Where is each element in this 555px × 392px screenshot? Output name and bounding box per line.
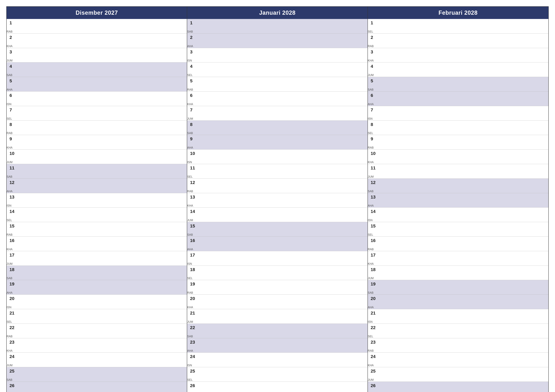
day-num-2-24: 25 xyxy=(368,368,380,374)
day-label-1-22: 23AHA xyxy=(187,338,200,353)
day-row-1-7: 8SAB xyxy=(187,121,367,135)
calendar-container: Disember 20271RAB2KHA3JUM4SAB5AHA6ISN7SE… xyxy=(6,6,549,386)
day-label-2-20: 21ISN xyxy=(368,309,380,324)
day-content-1-15 xyxy=(200,237,367,251)
day-name-0-9: JUM xyxy=(7,156,19,164)
day-content-1-14 xyxy=(200,222,367,236)
day-content-2-17 xyxy=(380,266,548,280)
day-name-2-20: ISN xyxy=(368,316,380,324)
day-num-2-11: 12 xyxy=(368,179,380,185)
day-content-1-0 xyxy=(200,19,367,33)
day-name-0-13: SEL xyxy=(7,214,19,222)
day-num-1-0: 1 xyxy=(187,20,200,26)
day-row-2-18: 19SAB xyxy=(368,280,548,295)
day-name-2-17: JUM xyxy=(368,272,380,280)
day-row-2-20: 21ISN xyxy=(368,309,548,324)
day-content-0-5 xyxy=(19,92,187,106)
day-content-0-25 xyxy=(19,382,187,392)
day-name-1-15: AHA xyxy=(187,243,200,251)
day-name-1-0: SAB xyxy=(187,26,200,33)
day-num-0-12: 13 xyxy=(7,194,19,200)
day-row-2-4: 5SAB xyxy=(368,77,548,92)
day-name-0-6: SEL xyxy=(7,113,19,121)
day-name-2-18: SAB xyxy=(368,287,380,294)
day-label-2-0: 1SEL xyxy=(368,19,380,33)
day-num-0-9: 10 xyxy=(7,150,19,156)
day-content-1-2 xyxy=(200,48,367,63)
day-name-2-11: SAB xyxy=(368,185,380,193)
day-content-2-10 xyxy=(380,164,548,178)
day-num-0-6: 7 xyxy=(7,107,19,113)
day-row-2-10: 11JUM xyxy=(368,164,548,179)
day-name-1-9: ISN xyxy=(187,156,200,164)
day-content-0-22 xyxy=(19,338,187,353)
day-num-2-9: 10 xyxy=(368,150,380,156)
day-label-0-10: 11SAB xyxy=(7,164,19,178)
day-row-1-1: 2AHA xyxy=(187,34,367,48)
day-num-2-16: 17 xyxy=(368,252,380,258)
day-row-2-17: 18JUM xyxy=(368,266,548,280)
day-row-1-22: 23AHA xyxy=(187,338,367,353)
day-name-2-21: SEL xyxy=(368,330,380,338)
day-num-1-9: 10 xyxy=(187,150,200,156)
day-content-2-25 xyxy=(380,382,548,392)
day-name-1-1: AHA xyxy=(187,40,200,48)
day-row-1-6: 7JUM xyxy=(187,106,367,121)
day-num-0-8: 9 xyxy=(7,136,19,142)
day-num-1-5: 6 xyxy=(187,92,200,98)
day-name-2-4: SAB xyxy=(368,84,380,91)
day-row-1-15: 16AHA xyxy=(187,237,367,251)
day-content-1-13 xyxy=(200,207,367,222)
day-label-2-16: 17KHA xyxy=(368,251,380,265)
day-content-2-3 xyxy=(380,63,548,77)
day-label-1-4: 5RAB xyxy=(187,77,200,91)
day-content-2-18 xyxy=(380,280,548,294)
day-num-1-23: 24 xyxy=(187,353,200,359)
day-name-0-16: JUM xyxy=(7,258,19,265)
day-num-0-15: 16 xyxy=(7,237,19,243)
day-row-1-17: 18SEL xyxy=(187,266,367,280)
day-num-0-21: 22 xyxy=(7,324,19,330)
day-label-0-17: 18SAB xyxy=(7,266,19,280)
day-name-0-15: KHA xyxy=(7,243,19,251)
day-num-0-25: 26 xyxy=(7,382,19,389)
day-num-2-25: 26 xyxy=(368,382,380,389)
day-label-1-8: 9AHA xyxy=(187,135,200,149)
day-label-0-22: 23KHA xyxy=(7,338,19,353)
day-content-2-13 xyxy=(380,207,548,222)
day-label-1-19: 20KHA xyxy=(187,295,200,309)
day-name-0-17: SAB xyxy=(7,272,19,280)
day-content-2-4 xyxy=(380,77,548,91)
day-num-1-2: 3 xyxy=(187,49,200,55)
month-header-2: Februari 2028 xyxy=(368,7,548,19)
day-content-1-21 xyxy=(200,324,367,338)
day-num-2-23: 24 xyxy=(368,353,380,359)
day-label-0-21: 22RAB xyxy=(7,324,19,338)
day-num-1-11: 12 xyxy=(187,179,200,185)
day-num-1-21: 22 xyxy=(187,324,200,330)
day-content-0-4 xyxy=(19,77,187,91)
day-name-2-22: RAB xyxy=(368,345,380,352)
day-label-1-16: 17ISN xyxy=(187,251,200,265)
day-label-1-15: 16AHA xyxy=(187,237,200,251)
day-name-2-0: SEL xyxy=(368,26,380,33)
day-num-0-24: 25 xyxy=(7,368,19,374)
day-row-2-24: 25JUM xyxy=(368,367,548,382)
day-name-1-5: KHA xyxy=(187,98,200,106)
day-content-0-6 xyxy=(19,106,187,121)
day-num-1-22: 23 xyxy=(187,339,200,345)
day-label-2-4: 5SAB xyxy=(368,77,380,91)
day-row-0-14: 15RAB xyxy=(7,222,187,237)
day-name-1-16: ISN xyxy=(187,258,200,265)
day-row-2-2: 3KHA xyxy=(368,48,548,63)
day-row-1-13: 14JUM xyxy=(187,207,367,222)
day-num-2-14: 15 xyxy=(368,223,380,229)
day-content-1-6 xyxy=(200,106,367,121)
day-name-1-22: AHA xyxy=(187,345,200,352)
day-label-2-14: 15SEL xyxy=(368,222,380,236)
day-label-2-1: 2RAB xyxy=(368,34,380,48)
day-row-2-5: 6AHA xyxy=(368,92,548,106)
day-label-1-3: 4SEL xyxy=(187,63,200,77)
day-row-0-19: 20ISN xyxy=(7,295,187,309)
month-header-0: Disember 2027 xyxy=(7,7,187,19)
